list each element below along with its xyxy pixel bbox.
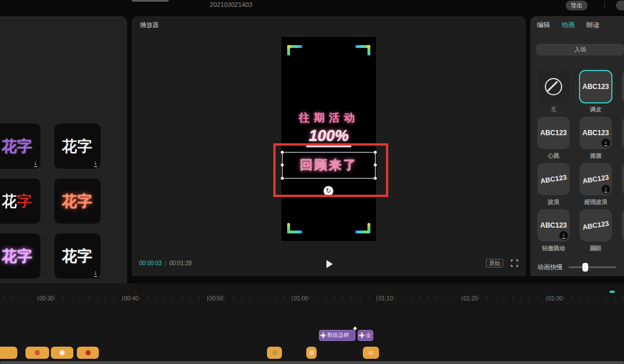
emoji-sticker-clip[interactable] [306,347,317,359]
annotation-highlight-box [273,143,388,197]
fancy-text-style[interactable]: 花字 [54,179,101,224]
animation-option[interactable]: ABC123 ↓ 超强波浪 [580,163,612,205]
ruler-tick [351,297,352,299]
fancy-text-style[interactable]: 花字 ↓ [0,124,40,169]
fullscreen-icon[interactable] [511,259,518,267]
emoji-sticker-clip[interactable]: ☺ [363,347,379,359]
topbar-extra-button[interactable] [616,1,624,10]
panel-tab[interactable]: 动画 [562,21,575,29]
ruler-tick [411,297,411,299]
text-style-panel: 花字 ↓ 花字 ↓ 花字 花字 花字 [0,16,127,283]
panel-tabs: 编辑 动画 朗读 [537,21,600,29]
ruler-tick [419,297,420,299]
fancy-text-preview: 花字 [62,136,93,157]
frame-corner-icon [355,45,370,58]
animation-thumb-text: ABC123 [582,173,610,185]
play-button[interactable] [326,259,336,269]
fancy-text-preview: 花字 [2,191,33,211]
original-quality-button[interactable]: 原始 [486,259,503,268]
animation-option[interactable]: ABC123 [622,163,624,205]
animation-thumbnail [537,70,570,103]
animation-option[interactable]: ABC123 心跳 [537,117,570,159]
ruler-tick [529,297,530,299]
ruler-tick [148,297,148,299]
ruler-tick [54,297,55,299]
ruler-tick [97,297,98,299]
animation-label: 轻微跳动 [542,244,565,251]
animation-speed-label: 动画快慢 [537,263,563,272]
emoji-sticker-clip[interactable] [77,347,99,359]
ruler-tick [597,297,598,299]
sticker-icon [361,334,363,337]
ruler-tick [555,297,555,299]
emoji-sticker-icon [35,350,40,355]
animation-thumbnail: ABC123 ↓ [580,117,612,149]
animation-thumb-text: ABC123 [540,129,567,137]
ruler-tick [428,297,428,299]
ruler-tick [581,297,581,299]
export-button[interactable]: 导出 [566,1,588,10]
ruler-tick [394,297,395,299]
emoji-sticker-clip[interactable] [51,347,73,359]
ruler-tick [182,297,183,299]
ruler-tick [88,297,89,299]
ruler-tick [445,297,445,299]
animation-option[interactable]: 无 [537,70,570,113]
ruler-tick [309,297,310,299]
animation-option[interactable]: ABC123 蹦跶 [580,209,612,251]
panel-tab[interactable]: 编辑 [537,21,550,29]
sticker-clip-label: 剪纸边框 [327,332,349,339]
animation-thumbnail: ABC123 ↓ [537,209,570,242]
emoji-sticker-icon [60,350,65,355]
slider-handle[interactable] [582,263,588,272]
fancy-text-style[interactable]: 花字 [0,233,40,278]
animation-label: 心跳 [548,152,559,159]
animation-option[interactable]: ABC123 ↓ 轻微跳动 [537,209,570,251]
animation-option[interactable]: ABC123 [622,209,624,251]
video-preview[interactable]: 往期活动 100% 回顾来了 ↻ [281,37,376,241]
download-icon: ↓ [94,159,98,167]
ruler-tick [478,297,479,299]
ruler-tick [360,297,361,299]
emoji-sticker-clip[interactable] [25,347,49,359]
animation-thumbnail: ABC123 [537,117,570,149]
animation-option[interactable]: ABC123 波浪 [537,163,570,205]
panel-tab[interactable]: 朗读 [586,21,600,29]
ruler-tick [504,297,504,299]
timeline-ruler[interactable]: 00:3000:4000:5001:0001:1001:2001:30 [0,292,624,307]
animation-option[interactable]: ABC123 [622,117,624,159]
animation-thumb-text: ABC123 [540,173,567,185]
emoji-sticker-clip[interactable] [267,347,282,359]
ruler-tick [12,297,13,299]
project-title: 202103021403 [196,1,266,8]
animation-option[interactable]: ABC123 ↓ 摇摆 [580,117,612,159]
fancy-text-style[interactable]: 花字 ↓ [54,124,101,169]
ruler-tick [139,297,140,299]
emoji-sticker-clip[interactable] [0,347,17,359]
current-time: 00:00:03 [139,260,162,266]
ruler-tick [385,297,386,299]
animation-speed-slider[interactable] [569,266,616,268]
fancy-text-style[interactable]: 花字 [0,179,40,224]
ruler-tick [80,297,80,299]
fancy-text-style[interactable]: 花字 ↓ [54,233,101,278]
emoji-sticker-icon [309,350,314,355]
entrance-section-button[interactable]: 入场 [536,44,624,55]
ruler-tick [173,297,174,299]
ruler-tick [258,297,259,299]
sticker-clip[interactable]: 全 [358,330,373,341]
sticker-icon [322,334,325,337]
download-icon: ↓ [34,159,38,167]
timeline-scrollbar[interactable] [0,361,624,364]
ruler-tick [572,297,573,299]
animation-option[interactable]: ABC123 [622,70,624,113]
ruler-tick [190,297,191,299]
ruler-tick [521,297,522,299]
animation-option[interactable]: ABC123 调皮 [580,70,612,113]
animation-thumbnail: ABC123 [580,209,612,242]
ruler-tick [563,297,564,299]
play-icon [326,260,333,268]
ruler-tick [216,297,216,299]
ruler-tick [453,297,454,299]
sticker-clip[interactable]: 剪纸边框 [319,330,355,341]
